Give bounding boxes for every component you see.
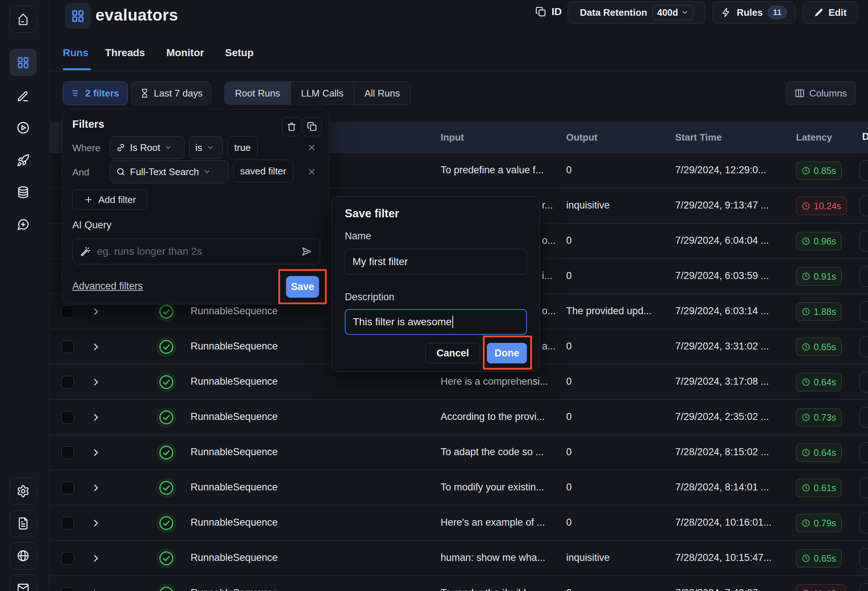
name-label: Name — [345, 230, 371, 242]
sidebar-item-docs[interactable] — [10, 510, 37, 537]
filter-value[interactable]: saved filter — [233, 160, 293, 183]
chevron-right-icon[interactable] — [91, 589, 100, 591]
chevron-right-icon[interactable] — [91, 448, 100, 457]
done-button[interactable]: Done — [487, 343, 527, 363]
segment-all-runs[interactable]: All Runs — [354, 82, 410, 105]
tab-runs[interactable]: Runs — [63, 47, 89, 59]
left-sidebar — [0, 0, 50, 591]
sidebar-item-feedback[interactable] — [10, 211, 37, 238]
column-header-input[interactable]: Input — [441, 132, 464, 143]
run-name[interactable]: RunnableSequence — [190, 517, 278, 528]
run-name[interactable]: RunnableSequence — [190, 482, 278, 493]
cell-output: 0 — [566, 235, 572, 246]
run-name[interactable]: RunnableSequence — [190, 587, 278, 591]
tab-threads[interactable]: Threads — [105, 47, 145, 59]
row-checkbox[interactable] — [61, 305, 74, 318]
description-input[interactable]: This filter is awesome — [345, 309, 527, 335]
cell-output: 0 — [566, 376, 572, 387]
tab-monitor[interactable]: Monitor — [166, 47, 204, 59]
sidebar-item-annotate[interactable] — [10, 82, 37, 109]
sidebar-item-projects[interactable] — [10, 49, 37, 76]
sidebar-item-mail[interactable] — [10, 575, 37, 591]
sidebar-item-web[interactable] — [10, 542, 37, 569]
latency-badge: 0.64s — [796, 444, 841, 462]
chevron-right-icon[interactable] — [91, 377, 100, 387]
cell-input: Here is a comprehensi... — [441, 376, 548, 387]
copy-id-button[interactable]: ID — [535, 6, 562, 18]
sidebar-item-settings[interactable] — [10, 478, 37, 505]
latency-badge: 0.91s — [796, 267, 841, 286]
remove-filter-button[interactable] — [305, 165, 318, 178]
sidebar-item-datasets[interactable] — [10, 179, 37, 206]
cell-start-time: 7/28/2024, 8:15:02 ... — [675, 447, 769, 458]
table-row[interactable]: RunnableSequence Here's an example of ..… — [50, 506, 868, 541]
row-checkbox[interactable] — [61, 340, 74, 353]
row-checkbox[interactable] — [61, 517, 74, 529]
run-name[interactable]: RunnableSequence — [190, 552, 278, 563]
chevron-right-icon[interactable] — [91, 518, 100, 528]
filter-field-select[interactable]: Is Root — [110, 136, 185, 159]
row-checkbox[interactable] — [61, 552, 74, 564]
segment-root-runs[interactable]: Root Runs — [225, 82, 291, 105]
sidebar-item-deployments[interactable] — [10, 147, 37, 174]
clipped-action-button — [859, 372, 868, 392]
table-row[interactable]: RunnableSequence To render the `build...… — [50, 576, 868, 591]
row-checkbox[interactable] — [61, 447, 74, 459]
cell-start-time: 7/29/2024, 6:04:04 ... — [675, 235, 769, 246]
advanced-filters-link[interactable]: Advanced filters — [72, 280, 143, 292]
chevron-right-icon[interactable] — [91, 307, 100, 317]
globe-icon — [16, 549, 30, 562]
date-range-button[interactable]: Last 7 days — [131, 81, 211, 105]
delete-filters-button[interactable] — [282, 117, 301, 136]
run-name[interactable]: RunnableSequence — [190, 305, 278, 317]
send-icon[interactable] — [301, 246, 313, 257]
rules-button[interactable]: Rules 11 — [713, 1, 795, 24]
column-header-latency[interactable]: Latency — [796, 132, 832, 143]
trash-icon — [286, 121, 297, 132]
sidebar-item-home[interactable] — [10, 6, 37, 33]
filter-value[interactable]: true — [227, 136, 258, 159]
sidebar-item-playground[interactable] — [10, 114, 37, 141]
row-checkbox[interactable] — [61, 482, 74, 494]
apps-grid-icon — [16, 56, 30, 69]
cancel-button[interactable]: Cancel — [425, 343, 480, 363]
table-row[interactable]: RunnableSequence According to the provi.… — [50, 400, 868, 435]
row-checkbox[interactable] — [61, 376, 74, 388]
add-filter-button[interactable]: Add filter — [72, 190, 147, 209]
column-header-output[interactable]: Output — [566, 132, 597, 143]
copy-filters-button[interactable] — [303, 117, 322, 136]
save-filter-button[interactable]: Save — [286, 276, 319, 298]
run-type-segmented-control: Root Runs LLM Calls All Runs — [224, 81, 410, 105]
run-name[interactable]: RunnableSequence — [190, 340, 278, 352]
cell-input: Here's an example of ... — [441, 517, 545, 528]
chevron-right-icon[interactable] — [91, 554, 100, 563]
segment-llm-calls[interactable]: LLM Calls — [291, 82, 354, 105]
remove-filter-button[interactable] — [305, 141, 318, 154]
run-name[interactable]: RunnableSequence — [190, 447, 278, 458]
chevron-right-icon[interactable] — [91, 483, 100, 492]
latency-badge: 0.65s — [796, 549, 841, 567]
tab-setup[interactable]: Setup — [225, 47, 254, 59]
description-label: Description — [345, 292, 394, 303]
filter-field-select[interactable]: Full-Text Search — [110, 161, 229, 183]
chevron-right-icon[interactable] — [91, 342, 100, 352]
cell-start-time: 7/28/2024, 10:15:47... — [675, 552, 772, 563]
filters-button[interactable]: 2 filters — [63, 81, 128, 105]
run-name[interactable]: RunnableSequence — [190, 376, 278, 387]
table-row[interactable]: RunnableSequence To modify your existin.… — [50, 470, 868, 506]
ai-query-input[interactable] — [97, 246, 295, 257]
copy-icon — [535, 6, 546, 17]
chevron-right-icon[interactable] — [91, 413, 100, 422]
table-row[interactable]: RunnableSequence To adapt the code so ..… — [50, 435, 868, 470]
row-checkbox[interactable] — [61, 587, 74, 591]
filter-operator-select[interactable]: is — [189, 136, 223, 159]
run-name[interactable]: RunnableSequence — [190, 411, 278, 423]
id-label: ID — [552, 6, 562, 18]
data-retention-button[interactable]: Data Retention 400d — [568, 1, 705, 24]
row-checkbox[interactable] — [61, 411, 74, 424]
columns-button[interactable]: Columns — [786, 81, 856, 105]
name-input[interactable] — [345, 249, 527, 274]
column-header-start-time[interactable]: Start Time — [675, 132, 722, 143]
table-row[interactable]: RunnableSequence human: show me wha... i… — [50, 541, 868, 576]
edit-button[interactable]: Edit — [803, 1, 858, 24]
